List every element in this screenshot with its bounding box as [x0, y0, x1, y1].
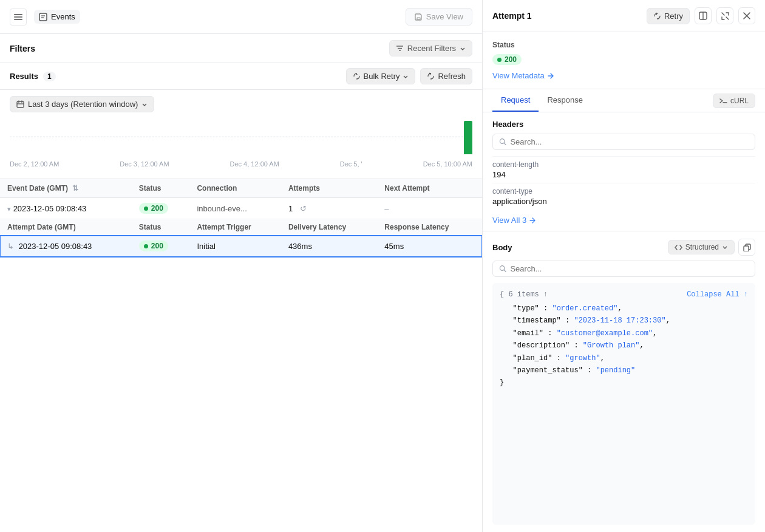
tab-response[interactable]: Response — [539, 89, 591, 112]
chart-label-0: Dec 2, 12:00 AM — [10, 160, 59, 168]
headers-search-input[interactable] — [510, 137, 749, 146]
expand-icon-button[interactable] — [716, 7, 733, 24]
refresh-label: Refresh — [438, 72, 466, 81]
col-event-date[interactable]: Event Date (GMT) ⇅ — [0, 179, 132, 198]
expand-icon[interactable]: ▾ — [7, 205, 11, 213]
view-metadata-link[interactable]: View Metadata — [492, 71, 755, 80]
save-view-button[interactable]: Save View — [406, 8, 472, 26]
event-next-attempt: – — [377, 198, 482, 219]
status-dot — [144, 244, 148, 248]
headers-section: Headers content-length 194 content-type … — [483, 112, 765, 231]
results-bar: Results 1 Bulk Retry Refresh — [0, 63, 482, 90]
attempt-status: 200 — [132, 236, 190, 257]
curl-button[interactable]: cURL — [713, 94, 755, 108]
status-section-label: Status — [492, 41, 755, 49]
tab-request[interactable]: Request — [492, 89, 539, 112]
event-date: ▾ 2023-12-05 09:08:43 — [0, 198, 132, 219]
save-view-label: Save View — [426, 12, 463, 21]
col-next-attempt: Next Attempt — [377, 179, 482, 198]
events-tab[interactable]: Events — [34, 10, 80, 24]
event-connection: inbound-eve... — [189, 198, 280, 219]
body-header: Body Structured — [492, 239, 755, 256]
svg-rect-1 — [14, 16, 22, 18]
attempt-date: ↳ 2023-12-05 09:08:43 — [0, 236, 132, 257]
table-row[interactable]: ▾ 2023-12-05 09:08:43 200 inbound-eve...… — [0, 198, 482, 219]
retry-icon[interactable]: ↺ — [300, 204, 307, 213]
attempt-response-latency: 45ms — [377, 236, 482, 257]
body-search-input[interactable] — [510, 264, 749, 273]
left-panel: Events Save View Filters Recent Filters … — [0, 0, 483, 532]
header-value-content-type: application/json — [492, 197, 755, 206]
filters-label: Filters — [10, 44, 35, 53]
top-bar: Events Save View — [0, 0, 482, 34]
status-badge: 200 — [139, 240, 168, 251]
svg-rect-3 — [39, 13, 47, 21]
col-response-latency: Response Latency — [377, 219, 482, 236]
bulk-retry-label: Bulk Retry — [364, 72, 400, 81]
status-dot — [144, 206, 148, 211]
json-line-5: "payment_status" : "pending" — [500, 364, 748, 377]
svg-rect-6 — [417, 18, 420, 19]
right-panel: Attempt 1 Retry Status 200 View Metadata — [483, 0, 765, 532]
structured-button[interactable]: Structured — [668, 240, 735, 254]
header-key-content-type: content-type — [492, 187, 755, 196]
col-attempt-date: Attempt Date (GMT) — [0, 219, 132, 236]
event-status: 200 — [132, 198, 190, 219]
col-attempt-status: Status — [132, 219, 190, 236]
svg-rect-0 — [14, 14, 22, 15]
attempt-delivery-latency: 436ms — [281, 236, 377, 257]
body-title: Body — [492, 243, 512, 252]
collapse-all-button[interactable]: Collapse All ↑ — [687, 290, 748, 299]
json-line-4: "plan_id" : "growth", — [500, 352, 748, 364]
status-code: 200 — [505, 55, 517, 64]
status-section: Status 200 View Metadata — [483, 32, 765, 89]
results-label: Results — [10, 72, 38, 81]
json-line-0: "type" : "order.created", — [500, 302, 748, 315]
results-count: 1 — [43, 72, 56, 81]
close-icon-button[interactable] — [738, 7, 755, 24]
status-dot-right — [497, 58, 501, 62]
sub-arrow-icon: ↳ — [7, 242, 14, 251]
recent-filters-label: Recent Filters — [407, 44, 456, 53]
results-actions: Bulk Retry Refresh — [346, 68, 473, 84]
event-attempts: 1 ↺ — [281, 198, 377, 219]
recent-filters-button[interactable]: Recent Filters — [389, 40, 472, 56]
date-filter-button[interactable]: Last 3 days (Retention window) — [10, 96, 154, 112]
col-delivery-latency: Delivery Latency — [281, 219, 377, 236]
copy-button[interactable] — [738, 239, 755, 256]
view-all-headers-link[interactable]: View All 3 — [492, 210, 755, 231]
resize-icon-button[interactable] — [695, 7, 712, 24]
svg-point-16 — [500, 139, 505, 144]
json-view: { 6 items ↑ Collapse All ↑ "type" : "ord… — [492, 283, 755, 525]
bulk-retry-button[interactable]: Bulk Retry — [346, 68, 416, 84]
filters-bar: Filters Recent Filters — [0, 34, 482, 63]
sidebar-toggle-button[interactable] — [10, 9, 27, 26]
events-table: Event Date (GMT) ⇅ Status Connection Att… — [0, 179, 482, 532]
retry-label: Retry — [664, 12, 683, 21]
svg-point-19 — [500, 266, 505, 271]
header-key-content-length: content-length — [492, 160, 755, 169]
chart-labels: Dec 2, 12:00 AM Dec 3, 12:00 AM Dec 4, 1… — [10, 158, 472, 170]
col-status: Status — [132, 179, 190, 198]
svg-rect-2 — [14, 19, 22, 20]
attempt-title: Attempt 1 — [492, 11, 642, 21]
body-section: Body Structured { 6 items ↑ Collapse All… — [483, 231, 765, 532]
headers-search-box — [492, 134, 755, 150]
table-header-event: Event Date (GMT) ⇅ Status Connection Att… — [0, 179, 482, 198]
retry-button[interactable]: Retry — [647, 8, 690, 24]
chart-area: Dec 2, 12:00 AM Dec 3, 12:00 AM Dec 4, 1… — [0, 118, 482, 179]
col-connection: Connection — [189, 179, 280, 198]
body-search-box — [492, 261, 755, 277]
events-tab-label: Events — [51, 12, 75, 21]
chart-bar — [464, 121, 472, 154]
chart-label-4: Dec 5, 10:00 AM — [423, 160, 472, 168]
right-panel-actions: Retry — [647, 7, 755, 24]
attempt-row[interactable]: ↳ 2023-12-05 09:08:43 200 Initial 436ms … — [0, 236, 482, 257]
header-row-content-type: content-type application/json — [492, 183, 755, 210]
header-row-content-length: content-length 194 — [492, 156, 755, 183]
headers-section-title: Headers — [492, 120, 755, 129]
header-value-content-length: 194 — [492, 170, 755, 179]
refresh-button[interactable]: Refresh — [420, 68, 472, 84]
chart-dashed-line — [10, 137, 472, 137]
chart-label-2: Dec 4, 12:00 AM — [230, 160, 279, 168]
